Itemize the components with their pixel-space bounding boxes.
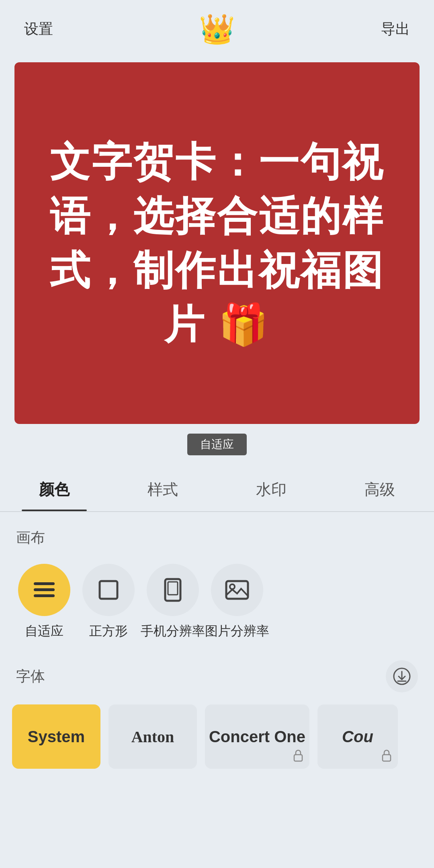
font-section-title: 字体 (16, 667, 45, 686)
svg-rect-11 (294, 755, 302, 761)
crown-icon: 👑 (199, 12, 235, 46)
font-item-concert-one[interactable]: Concert One (205, 704, 309, 769)
phone-icon (147, 564, 199, 616)
export-button[interactable]: 导出 (381, 19, 410, 39)
svg-rect-2 (34, 594, 55, 597)
svg-rect-3 (100, 581, 117, 599)
tab-color[interactable]: 颜色 (0, 465, 108, 511)
concert-one-lock-icon (293, 749, 304, 765)
font-item-anton[interactable]: Anton (108, 704, 197, 769)
font-item-cou[interactable]: Cou (317, 704, 398, 769)
svg-rect-6 (226, 581, 248, 599)
tabs-container: 颜色 样式 水印 高级 (0, 465, 434, 512)
canvas-option-adaptive[interactable]: 自适应 (12, 564, 76, 640)
tab-style[interactable]: 样式 (108, 465, 217, 511)
top-bar: 设置 👑 导出 (0, 0, 434, 58)
canvas-section-title: 画布 (0, 512, 434, 556)
canvas-option-image[interactable]: 图片分辨率 (205, 564, 269, 640)
font-cou-label: Cou (342, 728, 373, 746)
font-system-label: System (28, 728, 85, 746)
image-icon (211, 564, 263, 616)
adaptive-icon (18, 564, 70, 616)
svg-point-7 (230, 584, 235, 589)
font-download-button[interactable] (386, 660, 418, 692)
font-concert-one-label: Concert One (209, 728, 305, 746)
canvas-option-adaptive-label: 自适应 (25, 622, 63, 640)
font-item-system[interactable]: System (12, 704, 100, 769)
cou-lock-icon (381, 749, 392, 765)
font-anton-label: Anton (131, 727, 174, 746)
adaptive-label-container: 自适应 (0, 434, 434, 455)
svg-rect-0 (34, 582, 55, 585)
canvas-option-phone-label: 手机分辨率 (141, 622, 205, 640)
tab-advanced[interactable]: 高级 (326, 465, 434, 511)
tab-watermark[interactable]: 水印 (217, 465, 326, 511)
canvas-option-image-label: 图片分辨率 (205, 622, 269, 640)
canvas-preview: 文字贺卡：一句祝语，选择合适的样式，制作出祝福图片 🎁 (14, 62, 420, 424)
square-icon (82, 564, 135, 616)
canvas-option-phone[interactable]: 手机分辨率 (141, 564, 205, 640)
svg-rect-1 (34, 588, 55, 591)
settings-button[interactable]: 设置 (24, 19, 53, 39)
svg-rect-5 (168, 582, 178, 595)
font-row: System Anton Concert One Cou (0, 700, 434, 781)
svg-rect-12 (383, 755, 391, 761)
canvas-option-square[interactable]: 正方形 (76, 564, 141, 640)
canvas-text: 文字贺卡：一句祝语，选择合适的样式，制作出祝福图片 🎁 (43, 135, 391, 352)
canvas-option-square-label: 正方形 (89, 622, 128, 640)
font-section-header: 字体 (0, 644, 434, 700)
adaptive-label: 自适应 (187, 434, 247, 455)
canvas-options-row: 自适应 正方形 手机分辨率 图片分辨率 (0, 556, 434, 644)
